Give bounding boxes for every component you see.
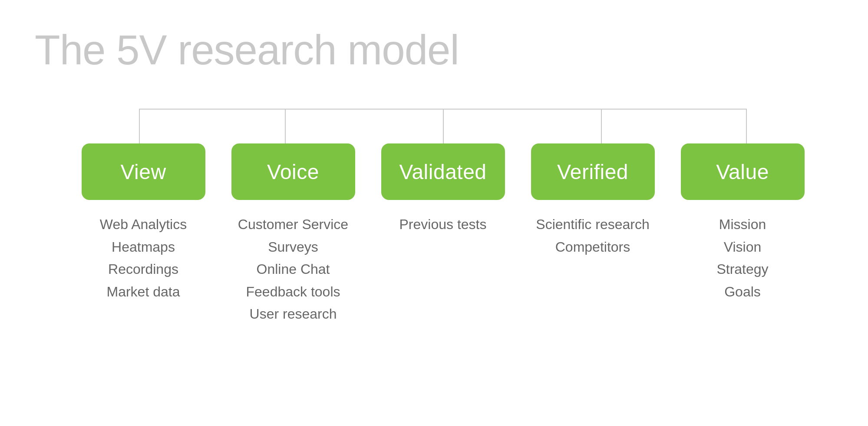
card-voice: Voice [231, 143, 355, 200]
view-item-2: Recordings [108, 260, 178, 279]
voice-item-4: User research [250, 305, 337, 323]
value-item-2: Strategy [716, 260, 768, 279]
card-value-items: Mission Vision Strategy Goals [716, 216, 768, 301]
verified-item-1: Competitors [555, 238, 630, 256]
value-item-3: Goals [724, 283, 761, 301]
view-item-0: Web Analytics [100, 216, 187, 234]
card-validated: Validated [381, 143, 505, 200]
column-verified: Verified Scientific research Competitors [528, 143, 658, 323]
card-voice-label: Voice [267, 160, 319, 184]
card-verified: Verified [531, 143, 655, 200]
voice-item-2: Online Chat [257, 260, 330, 279]
column-voice: Voice Customer Service Surveys Online Ch… [228, 143, 358, 323]
view-item-3: Market data [107, 283, 180, 301]
connector-row [78, 109, 808, 143]
voice-item-3: Feedback tools [246, 283, 340, 301]
card-validated-items: Previous tests [399, 216, 487, 234]
connector-tick-5 [746, 109, 747, 143]
connector-tick-3 [443, 109, 444, 143]
column-validated: Validated Previous tests [378, 143, 508, 323]
page-title: The 5V research model [35, 26, 833, 74]
connector-tick-2 [285, 109, 286, 143]
card-view-items: Web Analytics Heatmaps Recordings Market… [100, 216, 187, 301]
value-item-0: Mission [719, 216, 766, 234]
validated-item-0: Previous tests [399, 216, 487, 234]
card-value: Value [681, 143, 805, 200]
cards-row: View Web Analytics Heatmaps Recordings M… [78, 143, 808, 323]
card-view: View [82, 143, 205, 200]
card-view-label: View [120, 160, 166, 184]
voice-item-0: Customer Service [238, 216, 348, 234]
column-value: Value Mission Vision Strategy Goals [677, 143, 808, 323]
verified-item-0: Scientific research [536, 216, 649, 234]
card-validated-label: Validated [399, 160, 486, 184]
connector-tick-4 [601, 109, 602, 143]
card-value-label: Value [716, 160, 769, 184]
card-voice-items: Customer Service Surveys Online Chat Fee… [238, 216, 348, 323]
voice-item-1: Surveys [268, 238, 318, 256]
card-verified-items: Scientific research Competitors [536, 216, 649, 256]
column-view: View Web Analytics Heatmaps Recordings M… [78, 143, 208, 323]
page-container: The 5V research model View Web Analytics… [35, 26, 833, 323]
diagram-container: View Web Analytics Heatmaps Recordings M… [35, 109, 833, 323]
view-item-1: Heatmaps [112, 238, 175, 256]
value-item-1: Vision [724, 238, 762, 256]
card-verified-label: Verified [557, 160, 628, 184]
connector-tick-1 [139, 109, 140, 143]
